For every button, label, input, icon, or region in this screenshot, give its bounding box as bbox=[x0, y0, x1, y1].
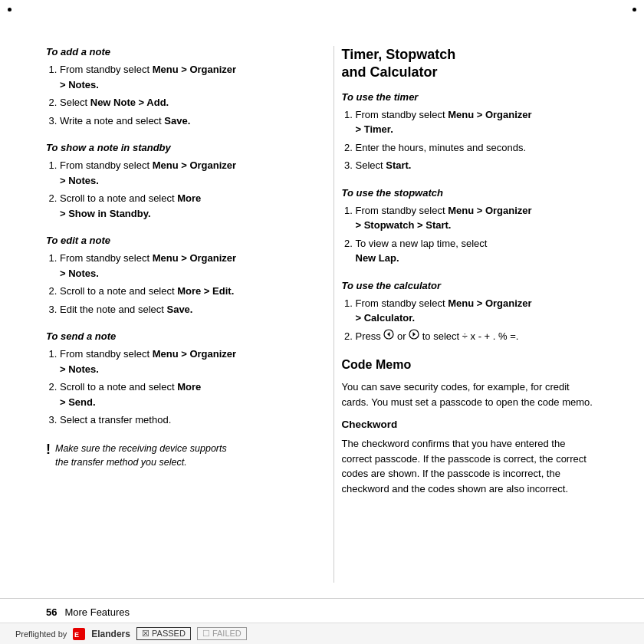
steps-edit-note: From standby select Menu > Organizer> No… bbox=[46, 251, 303, 317]
bold-text: More> Send. bbox=[60, 381, 201, 408]
step-item: Select a transfer method. bbox=[60, 412, 303, 428]
step-item: From standby select Menu > Organizer> Ti… bbox=[356, 107, 599, 137]
step-item: From standby select Menu > Organizer> Ca… bbox=[356, 296, 599, 326]
page: To add a note From standby select Menu >… bbox=[0, 0, 644, 644]
section-show-note: To show a note in standby From standby s… bbox=[46, 142, 303, 221]
section-title-add-note: To add a note bbox=[46, 46, 303, 58]
section-title-use-timer: To use the timer bbox=[342, 91, 599, 103]
preflight-failed: ☐ FAILED bbox=[197, 627, 247, 640]
preflight-label: Preflighted by bbox=[15, 629, 67, 639]
steps-send-note: From standby select Menu > Organizer> No… bbox=[46, 347, 303, 428]
step-item: Write a note and select Save. bbox=[60, 113, 303, 129]
step-item: From standby select Menu > Organizer> No… bbox=[60, 158, 303, 188]
section-use-stopwatch: To use the stopwatch From standby select… bbox=[342, 187, 599, 266]
svg-text:E: E bbox=[74, 631, 79, 639]
content-area: To add a note From standby select Menu >… bbox=[0, 0, 644, 598]
svg-marker-3 bbox=[413, 332, 416, 337]
bold-text: Menu > Organizer> Notes. bbox=[60, 64, 236, 90]
step-item: From standby select Menu > Organizer> St… bbox=[356, 203, 599, 233]
step-item: Press or to select ÷ x - + . % =. bbox=[356, 329, 599, 344]
step-item: Scroll to a note and select More> Send. bbox=[60, 380, 303, 409]
warning-text: Make sure the receiving device supportst… bbox=[55, 442, 227, 471]
bold-text: More > Edit. bbox=[177, 285, 234, 297]
steps-use-calculator: From standby select Menu > Organizer> Ca… bbox=[342, 296, 599, 344]
footer-section-label: More Features bbox=[64, 606, 130, 618]
section-send-note: To send a note From standby select Menu … bbox=[46, 330, 303, 428]
warning-note: ! Make sure the receiving device support… bbox=[46, 442, 303, 471]
section-title-use-calculator: To use the calculator bbox=[342, 280, 599, 291]
preflight-passed: ☒ PASSED bbox=[136, 627, 191, 640]
bold-text: Save. bbox=[164, 115, 190, 127]
bold-text: Menu > Organizer> Notes. bbox=[60, 159, 236, 186]
section-add-note: To add a note From standby select Menu >… bbox=[46, 46, 303, 128]
section-title-send-note: To send a note bbox=[46, 330, 303, 342]
section-title-show-note: To show a note in standby bbox=[46, 142, 303, 153]
bold-text: New Lap. bbox=[356, 252, 399, 264]
steps-add-note: From standby select Menu > Organizer> No… bbox=[46, 62, 303, 128]
corner-mark-tl bbox=[8, 8, 12, 12]
step-item: Edit the note and select Save. bbox=[60, 302, 303, 317]
step-item: To view a new lap time, selectNew Lap. bbox=[356, 236, 599, 266]
main-heading-timer: Timer, Stopwatchand Calculator bbox=[342, 46, 599, 82]
footer: 56 More Features bbox=[0, 598, 644, 623]
preflight-bar: Preflighted by E Elanders ☒ PASSED ☐ FAI… bbox=[0, 623, 644, 644]
code-memo-heading: Code Memo bbox=[342, 357, 599, 373]
bold-text: Start. bbox=[386, 159, 411, 171]
section-edit-note: To edit a note From standby select Menu … bbox=[46, 235, 303, 317]
elanders-logo-icon: E bbox=[73, 628, 85, 640]
checkword-heading: Checkword bbox=[342, 419, 599, 430]
section-title-edit-note: To edit a note bbox=[46, 235, 303, 246]
bold-text: Menu > Organizer> Stopwatch > Start. bbox=[356, 205, 532, 232]
step-item: From standby select Menu > Organizer> No… bbox=[60, 62, 303, 92]
svg-marker-1 bbox=[387, 332, 390, 337]
step-item: Select Start. bbox=[356, 158, 599, 173]
steps-use-stopwatch: From standby select Menu > Organizer> St… bbox=[342, 203, 599, 266]
warning-icon: ! bbox=[46, 442, 51, 458]
steps-use-timer: From standby select Menu > Organizer> Ti… bbox=[342, 107, 599, 173]
nav-left-icon bbox=[383, 329, 394, 340]
bold-text: Menu > Organizer> Calculator. bbox=[356, 297, 532, 324]
section-code-memo: Code Memo You can save security codes, f… bbox=[342, 357, 599, 496]
bold-text: More> Show in Standby. bbox=[60, 192, 201, 219]
page-number: 56 bbox=[46, 606, 57, 618]
steps-show-note: From standby select Menu > Organizer> No… bbox=[46, 158, 303, 221]
step-item: From standby select Menu > Organizer> No… bbox=[60, 347, 303, 376]
right-column: Timer, Stopwatchand Calculator To use th… bbox=[334, 46, 599, 583]
step-item: Enter the hours, minutes and seconds. bbox=[356, 140, 599, 156]
section-use-timer: To use the timer From standby select Men… bbox=[342, 91, 599, 173]
step-item: Scroll to a note and select More> Show i… bbox=[60, 191, 303, 221]
step-item: From standby select Menu > Organizer> No… bbox=[60, 251, 303, 281]
bold-text: Save. bbox=[166, 304, 192, 315]
step-item: Scroll to a note and select More > Edit. bbox=[60, 284, 303, 299]
corner-mark-tr bbox=[632, 8, 636, 12]
code-memo-intro: You can save security codes, for example… bbox=[342, 380, 599, 409]
bold-text: Menu > Organizer> Notes. bbox=[60, 252, 236, 279]
checkword-text: The checkword confirms that you have ent… bbox=[342, 436, 599, 496]
left-column: To add a note From standby select Menu >… bbox=[46, 46, 310, 583]
bold-text: Menu > Organizer> Timer. bbox=[356, 109, 532, 136]
nav-right-icon bbox=[409, 329, 419, 340]
bold-text: New Note > Add. bbox=[90, 97, 169, 108]
section-use-calculator: To use the calculator From standby selec… bbox=[342, 280, 599, 344]
bold-text: Menu > Organizer> Notes. bbox=[60, 348, 236, 375]
section-title-use-stopwatch: To use the stopwatch bbox=[342, 187, 599, 199]
preflight-company: Elanders bbox=[91, 629, 130, 639]
step-item: Select New Note > Add. bbox=[60, 95, 303, 110]
